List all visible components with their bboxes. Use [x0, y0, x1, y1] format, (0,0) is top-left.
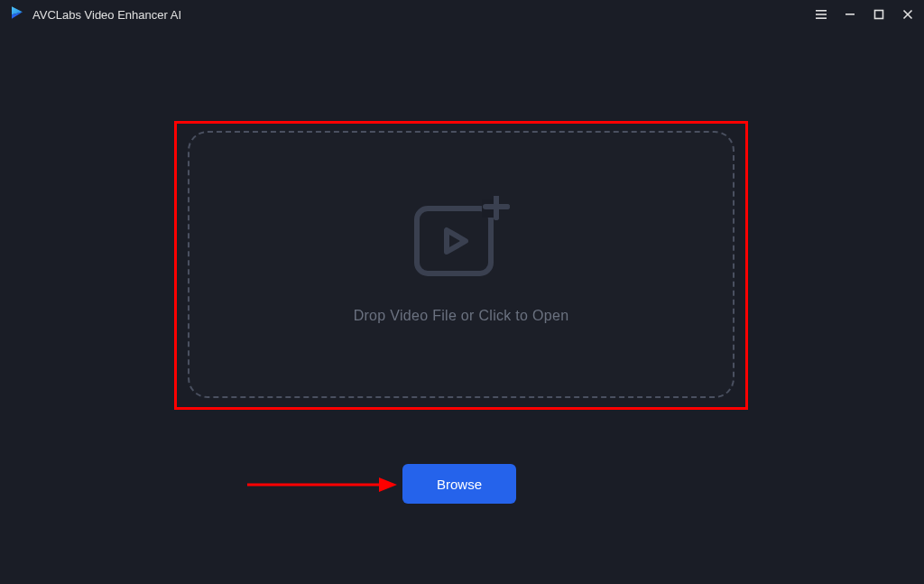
- play-logo-icon: [9, 5, 25, 24]
- browse-button[interactable]: Browse: [402, 464, 516, 504]
- maximize-button[interactable]: [872, 7, 886, 22]
- menu-button[interactable]: [814, 7, 828, 22]
- dropzone-text: Drop Video File or Click to Open: [354, 308, 569, 324]
- minimize-icon: [845, 9, 855, 20]
- titlebar: AVCLabs Video Enhancer AI: [0, 0, 924, 29]
- app-title: AVCLabs Video Enhancer AI: [32, 8, 181, 22]
- video-dropzone[interactable]: Drop Video File or Click to Open: [188, 131, 735, 398]
- main-content: Drop Video File or Click to Open Browse: [0, 29, 924, 584]
- svg-rect-4: [875, 11, 883, 19]
- annotation-arrow-icon: [245, 471, 399, 502]
- svg-rect-1: [816, 14, 827, 15]
- video-add-icon: [411, 196, 511, 283]
- close-button[interactable]: [901, 7, 915, 22]
- close-icon: [902, 9, 913, 20]
- svg-rect-2: [816, 17, 827, 19]
- titlebar-left: AVCLabs Video Enhancer AI: [9, 5, 181, 24]
- svg-rect-0: [816, 10, 827, 12]
- svg-rect-7: [417, 209, 491, 273]
- maximize-icon: [873, 9, 884, 20]
- svg-marker-14: [379, 477, 397, 492]
- svg-rect-3: [845, 14, 855, 15]
- browse-button-label: Browse: [437, 477, 482, 492]
- menu-icon: [815, 8, 827, 21]
- window-controls: [814, 7, 915, 22]
- minimize-button[interactable]: [843, 7, 857, 22]
